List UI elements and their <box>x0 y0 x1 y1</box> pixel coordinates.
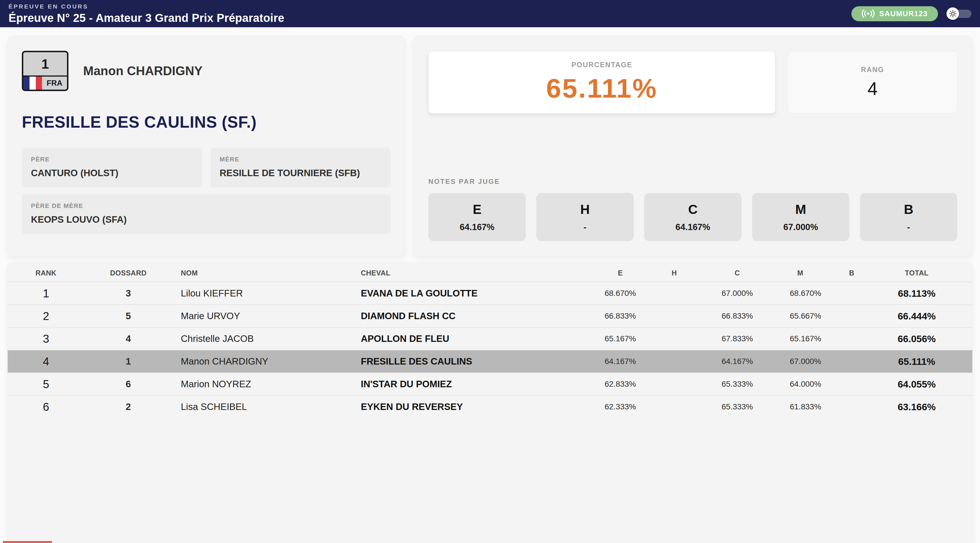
page-title: Épreuve N° 25 - Amateur 3 Grand Prix Pré… <box>8 12 972 24</box>
col-header-cheval: CHEVAL <box>352 269 577 277</box>
judges-section-label: NOTES PAR JUGE <box>428 178 957 186</box>
cell-rank: 6 <box>8 400 84 413</box>
cell-c: 65.333% <box>685 402 790 411</box>
col-header-h: H <box>664 269 685 277</box>
france-flag-icon <box>23 76 42 90</box>
percentage-card: POURCENTAGE 65.111% <box>428 51 775 113</box>
rank-card: RANG 4 <box>788 51 957 113</box>
cell-m: 64.000% <box>790 379 811 389</box>
score-card: POURCENTAGE 65.111% RANG 4 NOTES PAR JUG… <box>413 36 973 256</box>
col-header-dossard: DOSSARD <box>84 269 172 277</box>
cell-total: 66.056% <box>892 333 941 345</box>
main-content: 1 FRA Manon CHARDIGNY FRESILLE DES CAULI… <box>0 27 980 543</box>
live-icon <box>862 9 875 18</box>
col-header-nom: NOM <box>172 269 352 277</box>
cell-nom: Marie URVOY <box>172 311 352 321</box>
event-status-label: ÉPREUVE EN COURS <box>8 3 972 10</box>
cell-c: 65.333% <box>685 379 790 389</box>
cell-nom: Manon CHARDIGNY <box>172 356 352 367</box>
dam-label: MÈRE <box>220 156 382 163</box>
horse-name: FRESILLE DES CAULINS (SF.) <box>22 113 391 131</box>
judge-card-h: H - <box>536 193 634 241</box>
score-summary-row: POURCENTAGE 65.111% RANG 4 <box>428 51 957 113</box>
cell-e: 62.333% <box>577 402 664 411</box>
cell-dossard: 1 <box>84 356 172 367</box>
judge-letter: B <box>904 202 913 217</box>
cell-total: 64.055% <box>892 379 941 390</box>
live-badge[interactable]: SAUMUR123 <box>851 6 938 21</box>
cell-total: 63.166% <box>892 402 941 413</box>
cell-e: 62.833% <box>577 379 664 389</box>
damsire-box: PÈRE DE MÈRE KEOPS LOUVO (SFA) <box>22 194 391 234</box>
table-row[interactable]: 1 3 Lilou KIEFFER EVANA DE LA GOULOTTE 6… <box>8 282 972 305</box>
live-badge-label: SAUMUR123 <box>879 10 928 18</box>
cell-dossard: 6 <box>84 379 172 389</box>
judge-card-m: M 67.000% <box>752 193 850 241</box>
rank-value: 4 <box>867 78 878 99</box>
col-header-total: TOTAL <box>892 269 941 277</box>
sun-icon <box>949 10 957 17</box>
cell-nom: Christelle JACOB <box>172 333 352 344</box>
cell-total: 68.113% <box>892 288 941 299</box>
table-row[interactable]: 2 5 Marie URVOY DIAMOND FLASH CC 66.833%… <box>8 305 972 327</box>
cell-dossard: 4 <box>84 333 172 344</box>
percentage-value: 65.111% <box>546 73 658 104</box>
table-row[interactable]: 6 2 Lisa SCHEIBEL EYKEN DU REVERSEY 62.3… <box>8 395 972 418</box>
cell-cheval: EYKEN DU REVERSEY <box>352 402 577 412</box>
cell-m: 61.833% <box>790 402 811 411</box>
cell-total: 66.444% <box>892 311 941 322</box>
toggle-knob[interactable] <box>947 7 959 20</box>
cell-m: 68.670% <box>790 289 811 298</box>
dam-value: RESILLE DE TOURNIERE (SFB) <box>220 168 382 178</box>
col-header-m: M <box>790 269 811 277</box>
judge-card-c: C 64.167% <box>644 193 741 241</box>
cell-rank: 4 <box>8 355 84 368</box>
cell-e: 66.833% <box>577 311 664 321</box>
cell-c: 64.167% <box>685 357 790 366</box>
header-actions: SAUMUR123 <box>851 0 972 27</box>
results-table: RANK DOSSARD NOM CHEVAL E H C M B TOTAL … <box>7 262 973 543</box>
col-header-c: C <box>685 269 790 277</box>
table-row[interactable]: 3 4 Christelle JACOB APOLLON DE FLEU 65.… <box>8 327 972 350</box>
cell-nom: Marion NOYREZ <box>172 379 352 389</box>
sire-label: PÈRE <box>31 156 193 163</box>
judge-letter: C <box>688 202 697 217</box>
sire-box: PÈRE CANTURO (HOLST) <box>22 148 202 187</box>
dam-box: MÈRE RESILLE DE TOURNIERE (SFB) <box>211 148 391 187</box>
cell-c: 67.000% <box>685 289 790 298</box>
damsire-value: KEOPS LOUVO (SFA) <box>31 214 382 225</box>
cell-dossard: 3 <box>84 288 172 299</box>
cell-e: 65.167% <box>577 334 664 343</box>
col-header-e: E <box>577 269 664 277</box>
sire-value: CANTURO (HOLST) <box>31 168 193 178</box>
judge-letter: H <box>580 202 590 217</box>
cell-rank: 5 <box>8 378 84 391</box>
cell-m: 67.000% <box>790 357 811 366</box>
top-cards-row: 1 FRA Manon CHARDIGNY FRESILLE DES CAULI… <box>7 36 973 254</box>
cell-total: 65.111% <box>892 356 941 367</box>
bib-country-row: FRA <box>23 75 67 90</box>
judge-letter: E <box>473 202 482 217</box>
col-header-b: B <box>811 269 892 277</box>
cell-e: 64.167% <box>577 357 664 366</box>
judge-letter: M <box>795 202 806 217</box>
theme-toggle[interactable] <box>947 7 972 20</box>
rider-name: Manon CHARDIGNY <box>83 64 202 78</box>
cell-m: 65.667% <box>790 311 811 321</box>
rider-card: 1 FRA Manon CHARDIGNY FRESILLE DES CAULI… <box>7 36 405 256</box>
country-code: FRA <box>42 76 67 90</box>
cell-m: 65.167% <box>790 334 811 343</box>
col-header-rank: RANK <box>8 269 84 277</box>
pedigree-grid: PÈRE CANTURO (HOLST) MÈRE RESILLE DE TOU… <box>22 148 391 234</box>
table-row[interactable]: 5 6 Marion NOYREZ IN'STAR DU POMIEZ 62.8… <box>8 373 972 395</box>
bib-card: 1 FRA <box>22 51 68 91</box>
table-header-row: RANK DOSSARD NOM CHEVAL E H C M B TOTAL <box>8 264 972 282</box>
cell-rank: 1 <box>8 287 84 300</box>
judge-score: - <box>907 222 910 232</box>
cell-c: 66.833% <box>685 311 790 321</box>
judge-card-b: B - <box>860 193 957 241</box>
rider-identity: 1 FRA Manon CHARDIGNY <box>22 51 391 91</box>
judge-score: 64.167% <box>460 222 494 232</box>
table-row-current[interactable]: 4 1 Manon CHARDIGNY FRESILLE DES CAULINS… <box>8 350 972 373</box>
judges-row: E 64.167% H - C 64.167% M 67.000% B - <box>428 193 957 241</box>
